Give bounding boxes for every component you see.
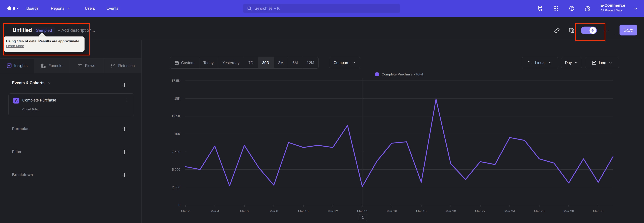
add-description-button[interactable]: + Add description... [58,28,95,33]
settings-icon[interactable] [585,6,591,11]
chevron-down-icon [548,61,552,65]
granularity-dropdown[interactable]: Day [561,57,582,68]
tooltip-learn-more-link[interactable]: Learn More [6,44,82,48]
report-title[interactable]: Untitled [12,27,32,33]
chevron-down-icon [47,81,51,85]
range-label: Today [203,61,214,65]
project-scope: All Project Data [600,9,634,13]
range-30d[interactable]: 30D [258,57,274,68]
retention-icon [110,63,116,68]
mixpanel-logo-icon[interactable] [8,0,18,17]
tab-funnels[interactable]: Funnels [34,59,69,73]
nav-label: Boards [26,6,38,11]
range-6m[interactable]: 6M [288,57,302,68]
copy-link-icon[interactable] [554,28,560,33]
range-3m[interactable]: 3M [274,57,288,68]
svg-text:Mar 30: Mar 30 [593,209,604,213]
granularity-label: Day [565,60,572,65]
chart-pagination-button[interactable]: 1 [358,214,367,221]
section-formulas[interactable]: Formulas [12,127,30,131]
add-event-button[interactable] [122,82,127,88]
top-navigation-bar: Boards Reports Users Events Search ⌘ + K [0,0,644,17]
event-card[interactable] [8,93,134,116]
flows-icon [77,63,83,68]
tab-label: Funnels [48,64,62,68]
tab-label: Retention [118,64,135,68]
svg-text:Mar 28: Mar 28 [564,209,574,213]
scale-dropdown[interactable]: Linear [522,57,558,68]
add-filter-button[interactable] [122,149,127,155]
sampling-tooltip: Using 10% of data. Results are approxima… [3,37,84,52]
range-7d[interactable]: 7D [244,57,258,68]
project-name: E-Commerce [600,2,634,9]
report-header-bar [0,17,644,40]
events-cohorts-label: Events & Cohorts [12,81,44,85]
svg-text:12.5K: 12.5K [172,114,180,118]
svg-text:Mar 4: Mar 4 [210,209,219,213]
mixpanel-insights-screen: Boards Reports Users Events Search ⌘ + K [0,0,644,223]
section-filter[interactable]: Filter [12,150,22,154]
svg-text:Mar 6: Mar 6 [240,209,248,213]
svg-text:Mar 24: Mar 24 [504,209,515,213]
sampling-toggle[interactable] [581,27,597,34]
range-12m[interactable]: 12M [302,57,319,68]
tab-insights[interactable]: Insights [0,59,34,73]
range-label: 12M [307,61,314,65]
chevron-down-icon [352,61,356,65]
linear-scale-icon [528,60,533,65]
tab-flows[interactable]: Flows [69,59,104,73]
series-complete-purchase-total[interactable] [185,99,613,186]
compare-label: Compare [334,60,350,65]
project-selector[interactable]: E-Commerce All Project Data [600,2,634,13]
event-letter-badge: A [13,98,19,103]
event-name[interactable]: Complete Purchase [22,98,56,102]
range-today[interactable]: Today [199,57,218,68]
nav-item-users[interactable]: Users [85,0,95,17]
svg-text:15K: 15K [174,97,180,100]
chart-type-dropdown[interactable]: Line [585,57,619,68]
data-connections-icon[interactable] [537,6,543,11]
line-chart[interactable]: Mar 2Mar 4Mar 6Mar 8Mar 10Mar 12Mar 14Ma… [151,71,644,223]
add-formula-button[interactable] [122,126,127,132]
calendar-icon [174,60,179,65]
range-label: Yesterday [222,61,240,65]
svg-text:Mar 22: Mar 22 [475,209,485,213]
help-icon[interactable] [569,6,574,11]
events-cohorts-header[interactable]: Events & Cohorts [12,81,51,85]
toggle-knob [590,27,596,34]
apps-grid-icon[interactable] [553,6,559,11]
date-range-selector: CustomTodayYesterday7D30D3M6M12M [170,57,319,69]
svg-text:Mar 18: Mar 18 [416,209,426,213]
sampled-badge-label: Sampled [36,28,52,33]
range-custom[interactable]: Custom [170,57,199,68]
event-metric[interactable]: Count Total [22,107,38,111]
svg-text:Mar 10: Mar 10 [298,209,308,213]
compare-button[interactable]: Compare [329,57,360,68]
svg-text:5,000: 5,000 [172,168,180,171]
nav-item-events[interactable]: Events [106,0,118,17]
nav-item-reports[interactable]: Reports [51,0,70,17]
add-breakdown-button[interactable] [122,172,127,178]
scale-label: Linear [535,60,546,65]
nav-label: Reports [51,6,64,11]
nav-item-boards[interactable]: Boards [26,0,38,17]
range-yesterday[interactable]: Yesterday [218,57,244,68]
duplicate-icon[interactable] [569,28,574,33]
nav-label: Events [106,6,118,11]
chart-type-label: Line [599,60,606,65]
chevron-down-icon [634,7,638,11]
event-options-kebab-icon[interactable] [125,98,129,103]
save-button[interactable]: Save [620,25,637,36]
chevron-down-icon [574,61,578,65]
range-label: Custom [181,61,194,65]
tab-retention[interactable]: Retention [104,59,142,73]
tooltip-text: Using 10% of data. Results are approxima… [6,39,82,44]
section-breakdown[interactable]: Breakdown [12,173,33,177]
more-options-button[interactable]: ⋯ [603,27,610,34]
line-chart-icon [592,60,596,65]
search-input[interactable]: Search ⌘ + K [243,4,400,13]
lightning-bolt-icon [591,28,595,32]
sampled-badge[interactable]: Sampled [33,27,55,34]
svg-text:10K: 10K [174,132,180,136]
svg-text:Mar 8: Mar 8 [270,209,278,213]
